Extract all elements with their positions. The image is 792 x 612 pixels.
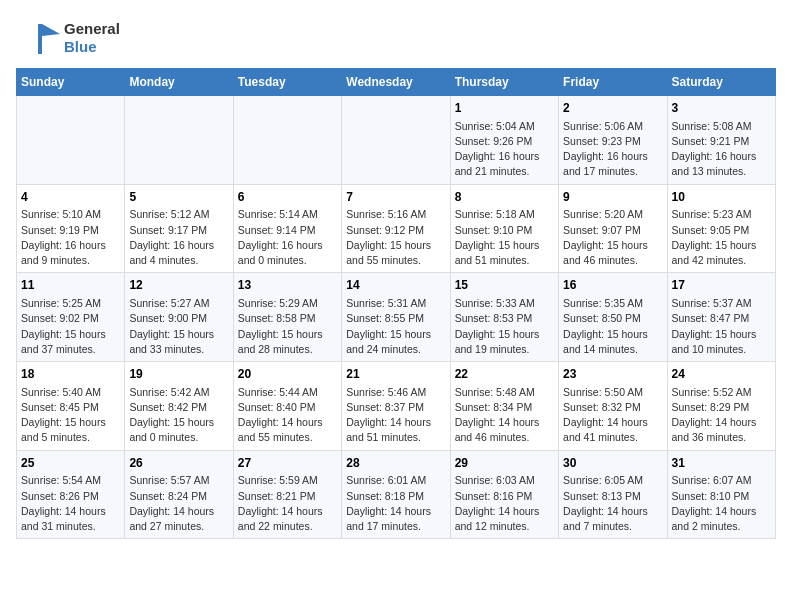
day-number: 10 — [672, 189, 771, 206]
calendar-cell: 11Sunrise: 5:25 AM Sunset: 9:02 PM Dayli… — [17, 273, 125, 362]
calendar-cell: 15Sunrise: 5:33 AM Sunset: 8:53 PM Dayli… — [450, 273, 558, 362]
calendar-cell: 19Sunrise: 5:42 AM Sunset: 8:42 PM Dayli… — [125, 362, 233, 451]
calendar-cell — [342, 96, 450, 185]
day-detail: Sunrise: 5:16 AM Sunset: 9:12 PM Dayligh… — [346, 207, 445, 268]
day-number: 14 — [346, 277, 445, 294]
calendar-cell — [233, 96, 341, 185]
day-number: 12 — [129, 277, 228, 294]
calendar-cell: 17Sunrise: 5:37 AM Sunset: 8:47 PM Dayli… — [667, 273, 775, 362]
calendar-cell: 29Sunrise: 6:03 AM Sunset: 8:16 PM Dayli… — [450, 450, 558, 539]
day-number: 7 — [346, 189, 445, 206]
day-number: 29 — [455, 455, 554, 472]
column-header-tuesday: Tuesday — [233, 69, 341, 96]
day-number: 1 — [455, 100, 554, 117]
calendar-cell: 10Sunrise: 5:23 AM Sunset: 9:05 PM Dayli… — [667, 184, 775, 273]
calendar-cell: 26Sunrise: 5:57 AM Sunset: 8:24 PM Dayli… — [125, 450, 233, 539]
day-number: 20 — [238, 366, 337, 383]
day-number: 17 — [672, 277, 771, 294]
day-number: 25 — [21, 455, 120, 472]
day-detail: Sunrise: 5:50 AM Sunset: 8:32 PM Dayligh… — [563, 385, 662, 446]
day-number: 3 — [672, 100, 771, 117]
day-detail: Sunrise: 5:31 AM Sunset: 8:55 PM Dayligh… — [346, 296, 445, 357]
page-header: GeneralBlue — [16, 16, 776, 60]
day-number: 30 — [563, 455, 662, 472]
calendar-cell: 31Sunrise: 6:07 AM Sunset: 8:10 PM Dayli… — [667, 450, 775, 539]
column-header-wednesday: Wednesday — [342, 69, 450, 96]
day-detail: Sunrise: 5:20 AM Sunset: 9:07 PM Dayligh… — [563, 207, 662, 268]
calendar-cell: 21Sunrise: 5:46 AM Sunset: 8:37 PM Dayli… — [342, 362, 450, 451]
day-detail: Sunrise: 5:52 AM Sunset: 8:29 PM Dayligh… — [672, 385, 771, 446]
column-header-monday: Monday — [125, 69, 233, 96]
day-detail: Sunrise: 5:46 AM Sunset: 8:37 PM Dayligh… — [346, 385, 445, 446]
calendar-cell: 5Sunrise: 5:12 AM Sunset: 9:17 PM Daylig… — [125, 184, 233, 273]
calendar-cell: 2Sunrise: 5:06 AM Sunset: 9:23 PM Daylig… — [559, 96, 667, 185]
day-number: 16 — [563, 277, 662, 294]
calendar-cell: 4Sunrise: 5:10 AM Sunset: 9:19 PM Daylig… — [17, 184, 125, 273]
day-detail: Sunrise: 5:33 AM Sunset: 8:53 PM Dayligh… — [455, 296, 554, 357]
day-detail: Sunrise: 5:54 AM Sunset: 8:26 PM Dayligh… — [21, 473, 120, 534]
day-number: 6 — [238, 189, 337, 206]
day-detail: Sunrise: 5:04 AM Sunset: 9:26 PM Dayligh… — [455, 119, 554, 180]
day-number: 28 — [346, 455, 445, 472]
day-number: 31 — [672, 455, 771, 472]
day-detail: Sunrise: 5:29 AM Sunset: 8:58 PM Dayligh… — [238, 296, 337, 357]
calendar-cell: 28Sunrise: 6:01 AM Sunset: 8:18 PM Dayli… — [342, 450, 450, 539]
calendar-cell: 3Sunrise: 5:08 AM Sunset: 9:21 PM Daylig… — [667, 96, 775, 185]
day-detail: Sunrise: 5:14 AM Sunset: 9:14 PM Dayligh… — [238, 207, 337, 268]
day-detail: Sunrise: 5:59 AM Sunset: 8:21 PM Dayligh… — [238, 473, 337, 534]
day-number: 8 — [455, 189, 554, 206]
day-number: 19 — [129, 366, 228, 383]
calendar-cell: 7Sunrise: 5:16 AM Sunset: 9:12 PM Daylig… — [342, 184, 450, 273]
calendar-cell: 20Sunrise: 5:44 AM Sunset: 8:40 PM Dayli… — [233, 362, 341, 451]
day-detail: Sunrise: 6:05 AM Sunset: 8:13 PM Dayligh… — [563, 473, 662, 534]
calendar-cell: 1Sunrise: 5:04 AM Sunset: 9:26 PM Daylig… — [450, 96, 558, 185]
calendar-week-row: 18Sunrise: 5:40 AM Sunset: 8:45 PM Dayli… — [17, 362, 776, 451]
day-detail: Sunrise: 5:27 AM Sunset: 9:00 PM Dayligh… — [129, 296, 228, 357]
day-detail: Sunrise: 5:10 AM Sunset: 9:19 PM Dayligh… — [21, 207, 120, 268]
calendar-cell: 6Sunrise: 5:14 AM Sunset: 9:14 PM Daylig… — [233, 184, 341, 273]
day-number: 2 — [563, 100, 662, 117]
day-number: 4 — [21, 189, 120, 206]
day-detail: Sunrise: 6:03 AM Sunset: 8:16 PM Dayligh… — [455, 473, 554, 534]
calendar-cell: 18Sunrise: 5:40 AM Sunset: 8:45 PM Dayli… — [17, 362, 125, 451]
day-number: 24 — [672, 366, 771, 383]
calendar-cell: 16Sunrise: 5:35 AM Sunset: 8:50 PM Dayli… — [559, 273, 667, 362]
day-detail: Sunrise: 5:35 AM Sunset: 8:50 PM Dayligh… — [563, 296, 662, 357]
day-number: 5 — [129, 189, 228, 206]
column-header-friday: Friday — [559, 69, 667, 96]
calendar-cell: 12Sunrise: 5:27 AM Sunset: 9:00 PM Dayli… — [125, 273, 233, 362]
day-number: 13 — [238, 277, 337, 294]
day-detail: Sunrise: 6:01 AM Sunset: 8:18 PM Dayligh… — [346, 473, 445, 534]
logo: GeneralBlue — [16, 16, 120, 60]
day-detail: Sunrise: 5:57 AM Sunset: 8:24 PM Dayligh… — [129, 473, 228, 534]
calendar-cell: 27Sunrise: 5:59 AM Sunset: 8:21 PM Dayli… — [233, 450, 341, 539]
day-detail: Sunrise: 5:25 AM Sunset: 9:02 PM Dayligh… — [21, 296, 120, 357]
day-detail: Sunrise: 5:44 AM Sunset: 8:40 PM Dayligh… — [238, 385, 337, 446]
calendar-week-row: 1Sunrise: 5:04 AM Sunset: 9:26 PM Daylig… — [17, 96, 776, 185]
day-detail: Sunrise: 5:18 AM Sunset: 9:10 PM Dayligh… — [455, 207, 554, 268]
column-header-saturday: Saturday — [667, 69, 775, 96]
calendar-table: SundayMondayTuesdayWednesdayThursdayFrid… — [16, 68, 776, 539]
logo-general: General — [64, 20, 120, 38]
calendar-cell: 9Sunrise: 5:20 AM Sunset: 9:07 PM Daylig… — [559, 184, 667, 273]
day-detail: Sunrise: 5:08 AM Sunset: 9:21 PM Dayligh… — [672, 119, 771, 180]
day-detail: Sunrise: 5:37 AM Sunset: 8:47 PM Dayligh… — [672, 296, 771, 357]
calendar-week-row: 25Sunrise: 5:54 AM Sunset: 8:26 PM Dayli… — [17, 450, 776, 539]
day-detail: Sunrise: 5:12 AM Sunset: 9:17 PM Dayligh… — [129, 207, 228, 268]
calendar-header-row: SundayMondayTuesdayWednesdayThursdayFrid… — [17, 69, 776, 96]
calendar-week-row: 4Sunrise: 5:10 AM Sunset: 9:19 PM Daylig… — [17, 184, 776, 273]
day-detail: Sunrise: 5:23 AM Sunset: 9:05 PM Dayligh… — [672, 207, 771, 268]
logo-icon — [16, 16, 60, 60]
calendar-cell: 13Sunrise: 5:29 AM Sunset: 8:58 PM Dayli… — [233, 273, 341, 362]
calendar-cell: 22Sunrise: 5:48 AM Sunset: 8:34 PM Dayli… — [450, 362, 558, 451]
day-detail: Sunrise: 5:48 AM Sunset: 8:34 PM Dayligh… — [455, 385, 554, 446]
svg-marker-0 — [42, 24, 60, 36]
calendar-cell: 8Sunrise: 5:18 AM Sunset: 9:10 PM Daylig… — [450, 184, 558, 273]
day-number: 23 — [563, 366, 662, 383]
calendar-cell: 30Sunrise: 6:05 AM Sunset: 8:13 PM Dayli… — [559, 450, 667, 539]
day-detail: Sunrise: 5:06 AM Sunset: 9:23 PM Dayligh… — [563, 119, 662, 180]
calendar-cell: 25Sunrise: 5:54 AM Sunset: 8:26 PM Dayli… — [17, 450, 125, 539]
day-number: 27 — [238, 455, 337, 472]
column-header-sunday: Sunday — [17, 69, 125, 96]
day-number: 18 — [21, 366, 120, 383]
